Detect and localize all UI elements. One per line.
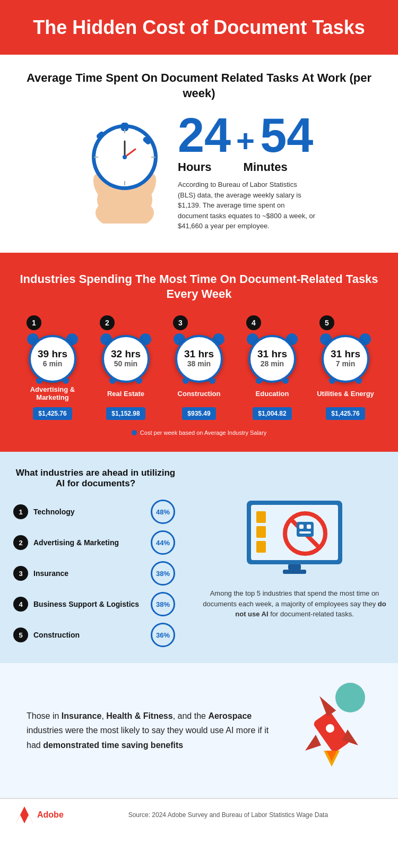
bottom-text: Those in Insurance, Health & Fitness, an… bbox=[27, 709, 276, 752]
ai-industry-2: Advertising & Marketing bbox=[33, 538, 119, 547]
alarm-clock-5: 31 hrs 7 min bbox=[319, 333, 372, 384]
clock-foot-r-3 bbox=[209, 379, 215, 384]
ai-percent-4: 38% bbox=[151, 592, 175, 616]
big-numbers: 24 + 54 bbox=[178, 111, 316, 159]
time-numbers: 24 + 54 Hours Minutes According to Burea… bbox=[178, 111, 316, 231]
clock-face-3: 31 hrs 38 min bbox=[175, 335, 223, 383]
clock-foot-l-5 bbox=[329, 379, 335, 384]
clock-foot-r-5 bbox=[356, 379, 362, 384]
industry-card-2: 2 32 hrs 50 min Real Estate $1,152.98 bbox=[92, 315, 160, 420]
cost-badge-5: $1,425.76 bbox=[326, 407, 365, 420]
adobe-icon bbox=[16, 806, 33, 823]
clock-foot-r-1 bbox=[63, 379, 69, 384]
cost-legend: Cost per week based on Average Industry … bbox=[11, 429, 387, 436]
clock-foot-l-2 bbox=[109, 379, 116, 384]
clock-hrs-3: 31 hrs bbox=[184, 349, 214, 360]
alarm-clock-3: 31 hrs 38 min bbox=[172, 333, 226, 384]
ai-right-panel: Among the top 5 industries that spend th… bbox=[191, 452, 398, 663]
svg-rect-27 bbox=[299, 525, 304, 529]
svg-rect-23 bbox=[256, 541, 266, 553]
clock-feet-4 bbox=[246, 379, 299, 384]
legend-dot bbox=[132, 430, 137, 435]
main-title: The Hidden Cost of Document Tasks bbox=[21, 16, 377, 39]
ai-rank-2: 2 bbox=[13, 535, 28, 550]
ai-list: 1 Technology 48% 2 Advertising & Marketi… bbox=[13, 500, 178, 647]
section-ai: What industries are ahead in utilizing A… bbox=[0, 452, 398, 663]
alarm-clock-1: 39 hrs 6 min bbox=[26, 333, 79, 384]
svg-point-18 bbox=[123, 155, 127, 159]
clock-min-1: 6 min bbox=[43, 360, 63, 368]
time-content: 24 + 54 Hours Minutes According to Burea… bbox=[21, 111, 377, 231]
rank-badge-5: 5 bbox=[319, 315, 334, 330]
ai-description: Among the top 5 industries that spend th… bbox=[202, 588, 387, 620]
clock-foot-l-4 bbox=[256, 379, 262, 384]
ai-industry-3: Insurance bbox=[33, 569, 68, 578]
minutes-number: 54 bbox=[260, 111, 313, 159]
section-industries: Industries Spending The Most Time On Doc… bbox=[0, 256, 398, 452]
cost-badge-3: $935.49 bbox=[182, 407, 215, 420]
ai-list-left-3: 3 Insurance bbox=[13, 566, 68, 581]
clock-face-4: 31 hrs 28 min bbox=[248, 335, 296, 383]
rocket-illustration bbox=[292, 682, 371, 779]
rank-badge-4: 4 bbox=[246, 315, 261, 330]
cost-badge-2: $1,152.98 bbox=[106, 407, 145, 420]
ai-industry-4: Business Support & Logistics bbox=[33, 600, 139, 608]
time-labels: Hours Minutes bbox=[178, 160, 316, 174]
rank-badge-2: 2 bbox=[100, 315, 115, 330]
clock-hrs-2: 32 hrs bbox=[111, 349, 141, 360]
ai-list-left-1: 1 Technology bbox=[13, 504, 75, 519]
svg-marker-38 bbox=[305, 735, 321, 751]
ai-left-panel: What industries are ahead in utilizing A… bbox=[0, 452, 191, 663]
hours-label: Hours bbox=[178, 160, 212, 174]
ai-list-left-5: 5 Construction bbox=[13, 628, 80, 642]
ai-list-left-4: 4 Business Support & Logistics bbox=[13, 597, 139, 612]
hours-number: 24 bbox=[178, 111, 231, 159]
ai-list-item-3: 3 Insurance 38% bbox=[13, 561, 178, 586]
industry-card-1: 1 39 hrs 6 min Advertising & Marketing $… bbox=[19, 315, 86, 420]
ai-rank-1: 1 bbox=[13, 504, 28, 519]
ai-industry-5: Construction bbox=[33, 631, 80, 639]
cost-badge-1: $1,425.76 bbox=[33, 407, 72, 420]
industry-name-4: Education bbox=[256, 384, 289, 403]
section-bottom: Those in Insurance, Health & Fitness, an… bbox=[0, 663, 398, 798]
alarm-clock-2: 32 hrs 50 min bbox=[99, 333, 152, 384]
adobe-logo: Adobe bbox=[16, 806, 64, 823]
ai-list-item-4: 4 Business Support & Logistics 38% bbox=[13, 592, 178, 616]
svg-rect-26 bbox=[297, 522, 314, 537]
ai-list-left-2: 2 Advertising & Marketing bbox=[13, 535, 119, 550]
time-heading: Average Time Spent On Document Related T… bbox=[21, 71, 377, 101]
clock-face-5: 31 hrs 7 min bbox=[322, 335, 369, 383]
svg-rect-30 bbox=[288, 564, 301, 570]
clock-foot-r-4 bbox=[282, 379, 289, 384]
clock-face-1: 39 hrs 6 min bbox=[29, 335, 76, 383]
clock-hrs-1: 39 hrs bbox=[38, 349, 67, 360]
ai-list-item-5: 5 Construction 36% bbox=[13, 623, 178, 647]
ai-percent-5: 36% bbox=[151, 623, 175, 647]
industry-card-4: 4 31 hrs 28 min Education $1,004.82 bbox=[238, 315, 306, 420]
section-time: Average Time Spent On Document Related T… bbox=[0, 55, 398, 242]
legend-text: Cost per week based on Average Industry … bbox=[140, 429, 266, 436]
industries-heading: Industries Spending The Most Time On Doc… bbox=[11, 272, 387, 302]
svg-rect-29 bbox=[299, 531, 311, 534]
alarm-clock-4: 31 hrs 28 min bbox=[246, 333, 299, 384]
clock-min-3: 38 min bbox=[187, 360, 211, 368]
industry-name-5: Utilities & Energy bbox=[317, 384, 374, 403]
svg-rect-31 bbox=[283, 570, 306, 574]
rank-badge-1: 1 bbox=[27, 315, 41, 330]
clock-face-2: 32 hrs 50 min bbox=[102, 335, 150, 383]
ai-rank-3: 3 bbox=[13, 566, 28, 581]
clock-feet-1 bbox=[26, 379, 79, 384]
svg-marker-34 bbox=[315, 693, 336, 717]
adobe-brand: Adobe bbox=[37, 810, 64, 820]
ai-rank-5: 5 bbox=[13, 628, 28, 642]
clock-foot-l-1 bbox=[36, 379, 42, 384]
clock-min-2: 50 min bbox=[114, 360, 137, 368]
clock-hrs-5: 31 hrs bbox=[331, 349, 360, 360]
industry-name-3: Construction bbox=[178, 384, 221, 403]
industry-card-3: 3 31 hrs 38 min Construction $935.49 bbox=[165, 315, 233, 420]
clock-foot-r-2 bbox=[136, 379, 142, 384]
ai-industry-1: Technology bbox=[33, 508, 75, 516]
ai-list-item-2: 2 Advertising & Marketing 44% bbox=[13, 530, 178, 555]
clock-feet-3 bbox=[172, 379, 226, 384]
industry-name-2: Real Estate bbox=[107, 384, 144, 403]
